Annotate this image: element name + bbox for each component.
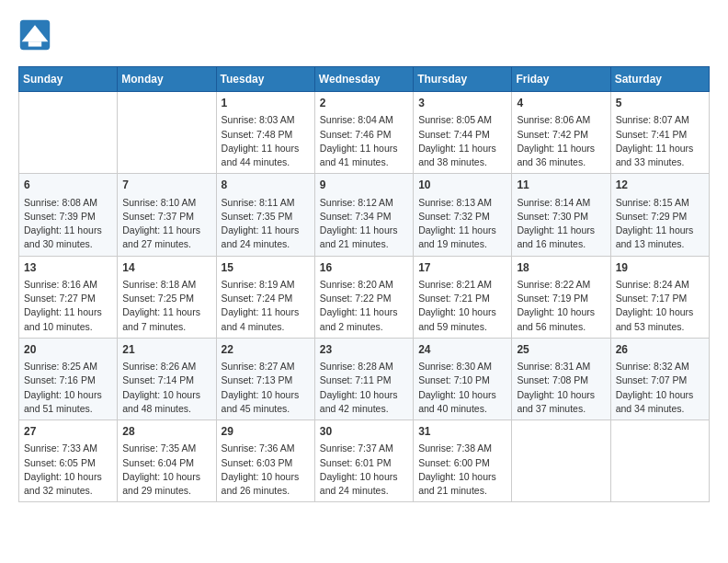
day-number: 31 xyxy=(418,424,506,440)
calendar-cell: 12Sunrise: 8:15 AM Sunset: 7:29 PM Dayli… xyxy=(610,174,709,256)
day-number: 5 xyxy=(616,96,704,111)
day-number: 25 xyxy=(517,342,605,358)
header-cell-thursday: Thursday xyxy=(414,67,512,92)
day-number: 14 xyxy=(122,260,210,276)
calendar-cell: 11Sunrise: 8:14 AM Sunset: 7:30 PM Dayli… xyxy=(512,174,610,256)
calendar-cell: 1Sunrise: 8:03 AM Sunset: 7:48 PM Daylig… xyxy=(216,92,314,174)
calendar-cell: 29Sunrise: 7:36 AM Sunset: 6:03 PM Dayli… xyxy=(216,420,314,502)
calendar-cell: 9Sunrise: 8:12 AM Sunset: 7:34 PM Daylig… xyxy=(314,174,413,256)
day-info: Sunrise: 7:37 AM Sunset: 6:01 PM Dayligh… xyxy=(320,442,408,498)
header-cell-saturday: Saturday xyxy=(610,67,709,92)
day-info: Sunrise: 7:38 AM Sunset: 6:00 PM Dayligh… xyxy=(418,442,506,498)
day-info: Sunrise: 8:12 AM Sunset: 7:34 PM Dayligh… xyxy=(320,196,408,252)
calendar-cell: 4Sunrise: 8:06 AM Sunset: 7:42 PM Daylig… xyxy=(512,92,610,174)
calendar-cell: 16Sunrise: 8:20 AM Sunset: 7:22 PM Dayli… xyxy=(314,256,413,338)
header-cell-wednesday: Wednesday xyxy=(314,67,413,92)
calendar-cell: 23Sunrise: 8:28 AM Sunset: 7:11 PM Dayli… xyxy=(314,338,413,419)
calendar-cell: 10Sunrise: 8:13 AM Sunset: 7:32 PM Dayli… xyxy=(414,174,512,256)
day-number: 27 xyxy=(24,424,112,440)
calendar-cell: 15Sunrise: 8:19 AM Sunset: 7:24 PM Dayli… xyxy=(216,256,314,338)
day-number: 17 xyxy=(418,260,506,276)
day-number: 9 xyxy=(320,178,408,193)
day-number: 4 xyxy=(517,96,605,111)
day-number: 10 xyxy=(418,178,506,193)
day-info: Sunrise: 8:11 AM Sunset: 7:35 PM Dayligh… xyxy=(222,196,310,252)
calendar-cell: 25Sunrise: 8:31 AM Sunset: 7:08 PM Dayli… xyxy=(512,338,610,419)
day-info: Sunrise: 8:24 AM Sunset: 7:17 PM Dayligh… xyxy=(616,278,704,334)
day-number: 15 xyxy=(222,260,310,276)
calendar-cell xyxy=(512,420,610,502)
day-info: Sunrise: 8:22 AM Sunset: 7:19 PM Dayligh… xyxy=(517,278,605,334)
day-number: 16 xyxy=(320,260,408,276)
day-number: 8 xyxy=(222,178,310,193)
day-info: Sunrise: 8:04 AM Sunset: 7:46 PM Dayligh… xyxy=(320,113,408,169)
day-number: 21 xyxy=(122,342,210,358)
calendar-cell xyxy=(610,420,709,502)
day-number: 2 xyxy=(320,96,408,111)
calendar-cell: 5Sunrise: 8:07 AM Sunset: 7:41 PM Daylig… xyxy=(610,92,709,174)
day-info: Sunrise: 8:30 AM Sunset: 7:10 PM Dayligh… xyxy=(418,360,506,416)
day-info: Sunrise: 8:25 AM Sunset: 7:16 PM Dayligh… xyxy=(24,360,112,416)
day-info: Sunrise: 8:31 AM Sunset: 7:08 PM Dayligh… xyxy=(517,360,605,416)
calendar-cell: 20Sunrise: 8:25 AM Sunset: 7:16 PM Dayli… xyxy=(19,338,118,419)
day-number: 20 xyxy=(24,342,112,358)
day-number: 28 xyxy=(122,424,210,440)
day-number: 13 xyxy=(24,260,112,276)
calendar-cell: 3Sunrise: 8:05 AM Sunset: 7:44 PM Daylig… xyxy=(414,92,512,174)
day-number: 22 xyxy=(222,342,310,358)
calendar-cell: 7Sunrise: 8:10 AM Sunset: 7:37 PM Daylig… xyxy=(118,174,216,256)
calendar-cell: 2Sunrise: 8:04 AM Sunset: 7:46 PM Daylig… xyxy=(314,92,413,174)
calendar-cell: 26Sunrise: 8:32 AM Sunset: 7:07 PM Dayli… xyxy=(610,338,709,419)
logo xyxy=(18,18,57,52)
day-info: Sunrise: 8:14 AM Sunset: 7:30 PM Dayligh… xyxy=(517,196,605,252)
calendar-cell: 19Sunrise: 8:24 AM Sunset: 7:17 PM Dayli… xyxy=(610,256,709,338)
day-info: Sunrise: 8:18 AM Sunset: 7:25 PM Dayligh… xyxy=(122,278,210,334)
day-number: 30 xyxy=(320,424,408,440)
day-info: Sunrise: 8:07 AM Sunset: 7:41 PM Dayligh… xyxy=(616,113,704,169)
week-row-1: 1Sunrise: 8:03 AM Sunset: 7:48 PM Daylig… xyxy=(19,92,710,174)
calendar-cell: 31Sunrise: 7:38 AM Sunset: 6:00 PM Dayli… xyxy=(414,420,512,502)
calendar-table: SundayMondayTuesdayWednesdayThursdayFrid… xyxy=(18,66,710,502)
day-info: Sunrise: 8:19 AM Sunset: 7:24 PM Dayligh… xyxy=(222,278,310,334)
calendar-cell: 22Sunrise: 8:27 AM Sunset: 7:13 PM Dayli… xyxy=(216,338,314,419)
calendar-cell: 14Sunrise: 8:18 AM Sunset: 7:25 PM Dayli… xyxy=(118,256,216,338)
day-number: 11 xyxy=(517,178,605,193)
day-info: Sunrise: 7:35 AM Sunset: 6:04 PM Dayligh… xyxy=(122,442,210,498)
day-number: 23 xyxy=(320,342,408,358)
day-number: 18 xyxy=(517,260,605,276)
day-info: Sunrise: 8:20 AM Sunset: 7:22 PM Dayligh… xyxy=(320,278,408,334)
day-info: Sunrise: 8:05 AM Sunset: 7:44 PM Dayligh… xyxy=(418,113,506,169)
calendar-cell xyxy=(118,92,216,174)
week-row-3: 13Sunrise: 8:16 AM Sunset: 7:27 PM Dayli… xyxy=(19,256,710,338)
week-row-2: 6Sunrise: 8:08 AM Sunset: 7:39 PM Daylig… xyxy=(19,174,710,256)
calendar-cell: 8Sunrise: 8:11 AM Sunset: 7:35 PM Daylig… xyxy=(216,174,314,256)
day-number: 29 xyxy=(222,424,310,440)
day-info: Sunrise: 8:15 AM Sunset: 7:29 PM Dayligh… xyxy=(616,196,704,252)
day-number: 6 xyxy=(24,178,112,193)
calendar-cell: 17Sunrise: 8:21 AM Sunset: 7:21 PM Dayli… xyxy=(414,256,512,338)
day-info: Sunrise: 7:36 AM Sunset: 6:03 PM Dayligh… xyxy=(222,442,310,498)
day-info: Sunrise: 8:13 AM Sunset: 7:32 PM Dayligh… xyxy=(418,196,506,252)
calendar-cell: 13Sunrise: 8:16 AM Sunset: 7:27 PM Dayli… xyxy=(19,256,118,338)
header-cell-friday: Friday xyxy=(512,67,610,92)
day-number: 24 xyxy=(418,342,506,358)
calendar-cell: 18Sunrise: 8:22 AM Sunset: 7:19 PM Dayli… xyxy=(512,256,610,338)
logo-icon xyxy=(18,18,51,52)
day-info: Sunrise: 8:03 AM Sunset: 7:48 PM Dayligh… xyxy=(222,113,310,169)
day-info: Sunrise: 8:32 AM Sunset: 7:07 PM Dayligh… xyxy=(616,360,704,416)
day-info: Sunrise: 8:27 AM Sunset: 7:13 PM Dayligh… xyxy=(222,360,310,416)
calendar-cell: 6Sunrise: 8:08 AM Sunset: 7:39 PM Daylig… xyxy=(19,174,118,256)
header-cell-sunday: Sunday xyxy=(19,67,118,92)
calendar-header-row: SundayMondayTuesdayWednesdayThursdayFrid… xyxy=(19,67,710,92)
calendar-cell: 27Sunrise: 7:33 AM Sunset: 6:05 PM Dayli… xyxy=(19,420,118,502)
day-info: Sunrise: 8:16 AM Sunset: 7:27 PM Dayligh… xyxy=(24,278,112,334)
day-info: Sunrise: 8:08 AM Sunset: 7:39 PM Dayligh… xyxy=(24,196,112,252)
calendar-cell: 21Sunrise: 8:26 AM Sunset: 7:14 PM Dayli… xyxy=(118,338,216,419)
day-info: Sunrise: 8:26 AM Sunset: 7:14 PM Dayligh… xyxy=(122,360,210,416)
page-header xyxy=(18,18,710,52)
week-row-5: 27Sunrise: 7:33 AM Sunset: 6:05 PM Dayli… xyxy=(19,420,710,502)
calendar-body: 1Sunrise: 8:03 AM Sunset: 7:48 PM Daylig… xyxy=(19,92,710,502)
day-number: 1 xyxy=(222,96,310,111)
day-info: Sunrise: 7:33 AM Sunset: 6:05 PM Dayligh… xyxy=(24,442,112,498)
header-cell-tuesday: Tuesday xyxy=(216,67,314,92)
